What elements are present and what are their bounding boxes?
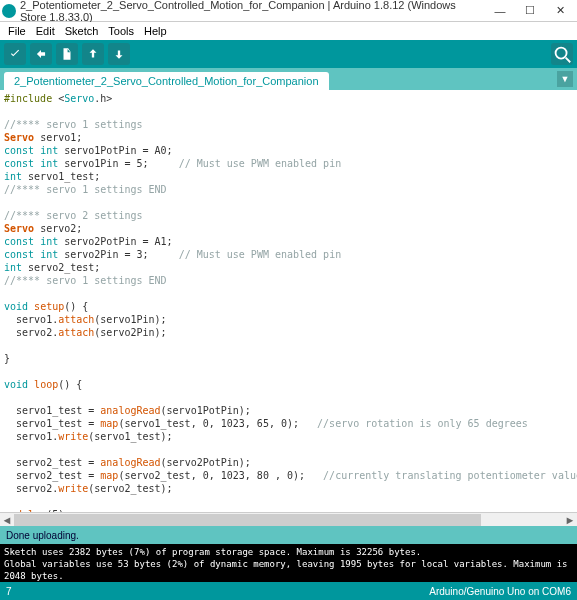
output-console[interactable]: Sketch uses 2382 bytes (7%) of program s… — [0, 544, 577, 582]
tabbar: 2_Potentiometer_2_Servo_Controlled_Motio… — [0, 68, 577, 90]
scroll-left-icon[interactable]: ◄ — [0, 514, 14, 526]
verify-button[interactable] — [4, 43, 26, 65]
tab-menu-button[interactable]: ▼ — [557, 71, 573, 87]
close-button[interactable]: ✕ — [545, 1, 575, 21]
line-number: 7 — [6, 586, 12, 597]
scroll-thumb[interactable] — [14, 514, 481, 526]
menu-sketch[interactable]: Sketch — [61, 24, 103, 38]
bottom-bar: 7 Arduino/Genuino Uno on COM6 — [0, 582, 577, 600]
upload-button[interactable] — [30, 43, 52, 65]
console-line: Sketch uses 2382 bytes (7%) of program s… — [4, 546, 573, 558]
tab-sketch[interactable]: 2_Potentiometer_2_Servo_Controlled_Motio… — [4, 72, 329, 90]
menubar: File Edit Sketch Tools Help — [0, 22, 577, 40]
code-editor[interactable]: #include <Servo.h> //**** servo 1 settin… — [0, 90, 577, 512]
board-info: Arduino/Genuino Uno on COM6 — [429, 586, 571, 597]
toolbar — [0, 40, 577, 68]
serial-monitor-button[interactable] — [551, 43, 573, 65]
code-content[interactable]: #include <Servo.h> //**** servo 1 settin… — [0, 90, 577, 512]
menu-file[interactable]: File — [4, 24, 30, 38]
menu-edit[interactable]: Edit — [32, 24, 59, 38]
svg-point-0 — [556, 48, 567, 59]
scroll-right-icon[interactable]: ► — [563, 514, 577, 526]
status-message: Done uploading. — [6, 530, 79, 541]
window-title: 2_Potentiometer_2_Servo_Controlled_Motio… — [20, 0, 485, 23]
open-button[interactable] — [82, 43, 104, 65]
scroll-track[interactable] — [14, 514, 563, 526]
status-bar: Done uploading. — [0, 526, 577, 544]
menu-tools[interactable]: Tools — [104, 24, 138, 38]
menu-help[interactable]: Help — [140, 24, 171, 38]
console-line: Global variables use 53 bytes (2%) of dy… — [4, 558, 573, 582]
horizontal-scrollbar[interactable]: ◄ ► — [0, 512, 577, 526]
new-button[interactable] — [56, 43, 78, 65]
maximize-button[interactable]: ☐ — [515, 1, 545, 21]
arduino-icon — [2, 4, 16, 18]
save-button[interactable] — [108, 43, 130, 65]
titlebar: 2_Potentiometer_2_Servo_Controlled_Motio… — [0, 0, 577, 22]
window-controls: — ☐ ✕ — [485, 1, 575, 21]
minimize-button[interactable]: — — [485, 1, 515, 21]
